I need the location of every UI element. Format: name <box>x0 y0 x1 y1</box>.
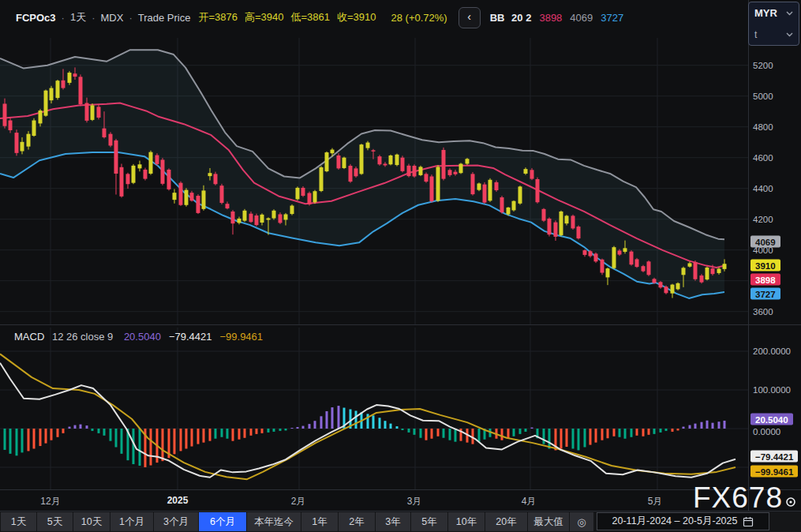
price-axis-label: 4400 <box>753 184 773 193</box>
price-badge-3910: 3910 <box>750 260 780 272</box>
bb-indicator-title[interactable]: BB 20 2 <box>490 12 532 24</box>
time-label-4月: 4月 <box>522 495 537 508</box>
change-value: 28 (+0.72%) <box>391 12 447 24</box>
macd-axis-label: 0.0000 <box>753 427 780 436</box>
watermark-ring-icon <box>784 496 797 508</box>
fx678-watermark: FX678 <box>693 481 797 515</box>
price-axis-label: 3600 <box>753 307 773 317</box>
interval-label[interactable]: 1天 <box>70 10 86 24</box>
range-button-1年[interactable]: 1年 <box>301 512 338 531</box>
time-label-2025: 2025 <box>167 495 189 506</box>
exchange-label: MDX <box>101 12 124 24</box>
separator-dot: · <box>129 12 132 24</box>
time-label-12月: 12月 <box>40 495 60 508</box>
range-button-5年[interactable]: 5年 <box>411 512 447 531</box>
ohlc-values: 开=3876高=3940低=3861收=3910 <box>198 10 383 24</box>
macd-badge: −99.9461 <box>750 466 798 478</box>
price-chart-pane[interactable] <box>0 38 748 324</box>
price-axis-label: 5200 <box>753 61 773 70</box>
trading-terminal: FCPOc3 · 1天 · MDX · Trade Price 开=3876高=… <box>0 0 801 532</box>
range-button-本年迄今[interactable]: 本年迄今 <box>247 512 301 531</box>
range-button-3年[interactable]: 3年 <box>376 512 410 531</box>
bb-value: 3727 <box>601 12 623 24</box>
price-badge-3727: 3727 <box>750 288 780 300</box>
macd-value: −99.9461 <box>219 331 263 343</box>
ohlc-开: 开=3876 <box>198 11 238 23</box>
time-axis[interactable]: 12月20252月3月4月5月 <box>0 490 801 511</box>
chevron-down-icon <box>786 11 793 16</box>
unit-value: t <box>754 29 757 40</box>
price-badge-3898: 3898 <box>750 274 780 286</box>
price-axis-label: 5000 <box>753 92 773 101</box>
macd-indicator-values: 20.5040−79.4421−99.9461 <box>116 331 263 343</box>
ohlc-收: 收=3910 <box>337 11 376 23</box>
collapse-legend-button[interactable]: ‹ <box>459 7 481 28</box>
separator-dot: · <box>92 12 95 24</box>
macd-params: 12 26 close 9 <box>52 331 113 343</box>
macd-badge: 20.5040 <box>750 414 793 425</box>
macd-badge: −79.4421 <box>750 451 798 463</box>
price-axis-label: 4600 <box>753 153 773 163</box>
time-label-3月: 3月 <box>407 495 422 508</box>
date-range-picker[interactable]: 20-11月-2024 – 20-5月-2025 <box>597 512 769 530</box>
price-type-label: Trade Price <box>138 12 191 24</box>
currency-value: MYR <box>754 7 777 19</box>
ohlc-低: 低=3861 <box>290 11 330 23</box>
price-axis-label: 4800 <box>753 122 773 132</box>
time-label-5月: 5月 <box>648 495 663 508</box>
date-range-text: 20-11月-2024 – 20-5月-2025 <box>612 515 738 528</box>
macd-value: 20.5040 <box>124 331 161 343</box>
macd-value: −79.4421 <box>169 331 212 343</box>
macd-axis-label: 200.0000 <box>753 347 791 356</box>
gear-icon[interactable]: ◎ <box>570 512 593 531</box>
chart-legend-bar: FCPOc3 · 1天 · MDX · Trade Price 开=3876高=… <box>0 0 764 35</box>
chevron-down-icon <box>786 32 793 37</box>
unit-dropdown[interactable]: t <box>749 24 799 45</box>
range-button-1天[interactable]: 1天 <box>1 512 36 531</box>
range-button-10年[interactable]: 10年 <box>448 512 485 531</box>
separator-dot: · <box>62 12 65 24</box>
price-axis-label: 4200 <box>753 215 773 224</box>
bb-value: 3898 <box>539 12 562 24</box>
bb-indicator-values: 389840693727 <box>531 12 623 24</box>
range-button-20年[interactable]: 20年 <box>485 512 527 531</box>
range-button-2年[interactable]: 2年 <box>339 512 375 531</box>
time-label-2月: 2月 <box>291 495 306 508</box>
price-badge-4069: 4069 <box>750 236 780 248</box>
pane-divider[interactable] <box>0 324 801 325</box>
range-button-1个月[interactable]: 1个月 <box>110 512 153 531</box>
bb-value: 4069 <box>570 12 593 24</box>
macd-title: MACD <box>14 331 44 343</box>
macd-axis-label: 100.0000 <box>753 385 791 395</box>
range-button-最大值[interactable]: 最大值 <box>528 512 569 531</box>
range-button-3个月[interactable]: 3个月 <box>154 512 198 531</box>
ohlc-高: 高=3940 <box>245 11 284 23</box>
macd-chart-pane[interactable] <box>0 328 748 489</box>
price-axis-separator <box>748 0 749 511</box>
range-button-10天[interactable]: 10天 <box>73 512 110 531</box>
calendar-icon <box>743 516 754 527</box>
symbol-name[interactable]: FCPOc3 <box>16 12 56 24</box>
range-button-5天[interactable]: 5天 <box>37 512 73 531</box>
macd-indicator-legend[interactable]: MACD 12 26 close 9 20.5040−79.4421−99.94… <box>14 331 263 343</box>
currency-unit-selector: MYR t <box>748 2 799 46</box>
currency-dropdown[interactable]: MYR <box>749 2 799 24</box>
range-button-6个月[interactable]: 6个月 <box>199 512 246 531</box>
